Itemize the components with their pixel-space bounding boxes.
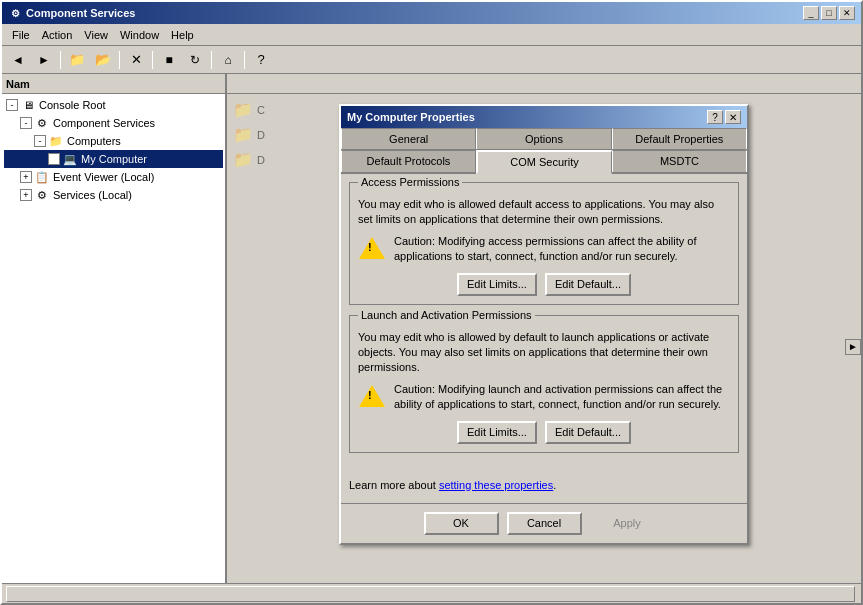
menu-help[interactable]: Help xyxy=(165,27,200,43)
learn-more-suffix: . xyxy=(553,479,556,491)
folder2-button[interactable]: 📂 xyxy=(91,49,115,71)
tab-content: Access Permissions You may edit who is a… xyxy=(341,174,747,471)
tab-default-protocols[interactable]: Default Protocols xyxy=(341,150,476,172)
toolbar: ◄ ► 📁 📂 ✕ ■ ↻ ⌂ ? xyxy=(2,46,861,74)
menu-bar: File Action View Window Help xyxy=(2,24,861,46)
folder-button[interactable]: 📁 xyxy=(65,49,89,71)
toolbar-separator-2 xyxy=(119,51,120,69)
app-icon: ⚙ xyxy=(8,6,22,20)
content-area: Nam - 🖥 Console Root - ⚙ Component Servi… xyxy=(2,74,861,583)
apply-button[interactable]: Apply xyxy=(590,512,665,535)
launch-edit-limits-button[interactable]: Edit Limits... xyxy=(457,421,537,444)
toolbar-separator-5 xyxy=(244,51,245,69)
launch-warning-text: Caution: Modifying launch and activation… xyxy=(394,382,730,413)
tab-row-2: Default Protocols COM Security MSDTC xyxy=(341,150,747,174)
dialog-title: My Computer Properties xyxy=(347,111,475,123)
expander-my-computer[interactable]: + xyxy=(48,153,60,165)
learn-more-prefix: Learn more about xyxy=(349,479,439,491)
close-button[interactable]: ✕ xyxy=(839,6,855,20)
status-pane-1 xyxy=(6,586,855,602)
right-panel-content[interactable]: 📁C 📁D 📁D My Computer Properties xyxy=(227,94,861,583)
access-buttons: Edit Limits... Edit Default... xyxy=(358,273,730,296)
title-controls: _ □ ✕ xyxy=(803,6,855,20)
dialog-overlay: My Computer Properties ? ✕ General Optio… xyxy=(227,94,861,583)
home-button[interactable]: ⌂ xyxy=(216,49,240,71)
console-root-icon: 🖥 xyxy=(20,97,36,113)
main-window: ⚙ Component Services _ □ ✕ File Action V… xyxy=(0,0,863,605)
menu-window[interactable]: Window xyxy=(114,27,165,43)
services-icon: ⚙ xyxy=(34,187,50,203)
expander-event-viewer[interactable]: + xyxy=(20,171,32,183)
learn-more-section: Learn more about setting these propertie… xyxy=(341,471,747,499)
tree-item-console-root[interactable]: - 🖥 Console Root xyxy=(4,96,223,114)
toolbar-separator-4 xyxy=(211,51,212,69)
tab-options[interactable]: Options xyxy=(476,128,611,149)
event-viewer-icon: 📋 xyxy=(34,169,50,185)
access-warning-block: Caution: Modifying access permissions ca… xyxy=(358,234,730,265)
stop-button[interactable]: ■ xyxy=(157,49,181,71)
tree-item-component-services[interactable]: - ⚙ Component Services xyxy=(4,114,223,132)
properties-dialog: My Computer Properties ? ✕ General Optio… xyxy=(339,104,749,545)
access-warning-icon xyxy=(358,234,386,262)
menu-view[interactable]: View xyxy=(78,27,114,43)
right-panel-header xyxy=(227,74,861,94)
expander-component-services[interactable]: - xyxy=(20,117,32,129)
tree-item-my-computer[interactable]: + 💻 My Computer xyxy=(4,150,223,168)
tab-msdtc[interactable]: MSDTC xyxy=(612,150,747,172)
launch-permissions-label: Launch and Activation Permissions xyxy=(358,309,535,321)
title-bar-left: ⚙ Component Services xyxy=(8,6,135,20)
dialog-title-controls: ? ✕ xyxy=(707,110,741,124)
tree-item-event-viewer[interactable]: + 📋 Event Viewer (Local) xyxy=(4,168,223,186)
launch-edit-default-button[interactable]: Edit Default... xyxy=(545,421,631,444)
setting-properties-link[interactable]: setting these properties xyxy=(439,479,553,491)
minimize-button[interactable]: _ xyxy=(803,6,819,20)
my-computer-icon: 💻 xyxy=(62,151,78,167)
access-permissions-group: Access Permissions You may edit who is a… xyxy=(349,182,739,305)
main-title-bar: ⚙ Component Services _ □ ✕ xyxy=(2,2,861,24)
launch-warning-icon xyxy=(358,382,386,410)
tab-default-properties[interactable]: Default Properties xyxy=(612,128,747,149)
dialog-help-button[interactable]: ? xyxy=(707,110,723,124)
tab-row-1: General Options Default Properties xyxy=(341,128,747,150)
tree-item-services[interactable]: + ⚙ Services (Local) xyxy=(4,186,223,204)
access-permissions-label: Access Permissions xyxy=(358,176,462,188)
help-toolbar-button[interactable]: ? xyxy=(249,49,273,71)
menu-action[interactable]: Action xyxy=(36,27,79,43)
access-edit-default-button[interactable]: Edit Default... xyxy=(545,273,631,296)
refresh-button[interactable]: ↻ xyxy=(183,49,207,71)
delete-button[interactable]: ✕ xyxy=(124,49,148,71)
back-button[interactable]: ◄ xyxy=(6,49,30,71)
dialog-footer: OK Cancel Apply xyxy=(341,503,747,543)
cancel-button[interactable]: Cancel xyxy=(507,512,582,535)
access-warning-text: Caution: Modifying access permissions ca… xyxy=(394,234,730,265)
tree-item-computers[interactable]: - 📁 Computers xyxy=(4,132,223,150)
tree-panel: Nam - 🖥 Console Root - ⚙ Component Servi… xyxy=(2,74,227,583)
toolbar-separator-3 xyxy=(152,51,153,69)
access-edit-limits-button[interactable]: Edit Limits... xyxy=(457,273,537,296)
launch-permissions-group: Launch and Activation Permissions You ma… xyxy=(349,315,739,453)
toolbar-separator-1 xyxy=(60,51,61,69)
access-permissions-desc: You may edit who is allowed default acce… xyxy=(358,197,730,228)
expander-computers[interactable]: - xyxy=(34,135,46,147)
component-services-icon: ⚙ xyxy=(34,115,50,131)
menu-file[interactable]: File xyxy=(6,27,36,43)
tab-com-security[interactable]: COM Security xyxy=(476,150,612,174)
launch-warning-block: Caution: Modifying launch and activation… xyxy=(358,382,730,413)
status-bar xyxy=(2,583,861,603)
forward-button[interactable]: ► xyxy=(32,49,56,71)
computers-icon: 📁 xyxy=(48,133,64,149)
main-window-title: Component Services xyxy=(26,7,135,19)
tab-container: General Options Default Properties Defau… xyxy=(341,128,747,174)
dialog-close-button[interactable]: ✕ xyxy=(725,110,741,124)
right-panel: 📁C 📁D 📁D My Computer Properties xyxy=(227,74,861,583)
tab-general[interactable]: General xyxy=(341,128,476,149)
launch-permissions-desc: You may edit who is allowed by default t… xyxy=(358,330,730,376)
maximize-button[interactable]: □ xyxy=(821,6,837,20)
expander-services[interactable]: + xyxy=(20,189,32,201)
warning-triangle-1 xyxy=(359,237,385,259)
expander-console-root[interactable]: - xyxy=(6,99,18,111)
tree-content: - 🖥 Console Root - ⚙ Component Services … xyxy=(2,94,225,583)
ok-button[interactable]: OK xyxy=(424,512,499,535)
tree-header: Nam xyxy=(2,74,225,94)
warning-triangle-2 xyxy=(359,385,385,407)
